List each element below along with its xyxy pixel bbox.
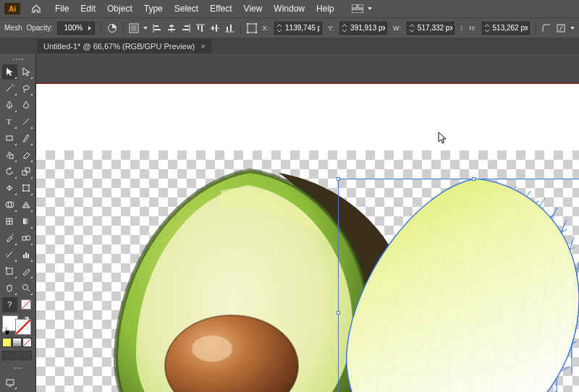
selection-handle-n[interactable]: [472, 177, 476, 181]
stepper-icon[interactable]: [483, 22, 491, 34]
home-icon[interactable]: [29, 1, 43, 16]
artboard-tool[interactable]: [2, 264, 17, 279]
stepper-icon[interactable]: [407, 22, 416, 34]
shaper-tool[interactable]: [2, 148, 17, 163]
stepper-icon[interactable]: [340, 22, 349, 34]
opacity-field[interactable]: [57, 22, 95, 35]
align-dropdown-caret[interactable]: [143, 27, 148, 30]
selection-bounds[interactable]: [338, 179, 579, 392]
align-to-artboard-icon[interactable]: [129, 21, 139, 35]
isolate-icon[interactable]: [556, 21, 566, 35]
draw-normal[interactable]: [2, 351, 12, 360]
draw-inside[interactable]: [22, 351, 32, 360]
w-field[interactable]: [407, 22, 455, 35]
menu-object[interactable]: Object: [101, 4, 138, 14]
selection-tool[interactable]: [2, 64, 17, 80]
svg-rect-32: [7, 136, 12, 140]
mesh-tool[interactable]: [2, 214, 17, 229]
menu-edit[interactable]: Edit: [75, 4, 101, 14]
rotate-tool[interactable]: [2, 164, 17, 179]
shape-builder-tool[interactable]: [2, 197, 17, 213]
toggle-fill-stroke[interactable]: [19, 297, 34, 312]
direct-selection-tool[interactable]: [19, 64, 34, 80]
perspective-grid-tool[interactable]: [19, 197, 34, 213]
default-fill-stroke-icon[interactable]: [2, 328, 9, 335]
unknown-tool[interactable]: ?: [2, 297, 17, 312]
svg-line-31: [23, 119, 29, 124]
svg-rect-59: [5, 331, 9, 335]
width-tool[interactable]: [2, 181, 17, 196]
svg-rect-20: [216, 25, 217, 32]
scale-tool[interactable]: [19, 164, 34, 179]
h-field[interactable]: [482, 22, 530, 35]
swap-fill-stroke-icon[interactable]: [24, 315, 31, 323]
align-top-icon[interactable]: [195, 21, 206, 35]
eyedropper-tool[interactable]: [2, 231, 17, 246]
hand-tool[interactable]: [2, 281, 17, 296]
document-tab[interactable]: Untitled-1* @ 66,67% (RGB/GPU Preview) ×: [38, 39, 211, 54]
menu-view[interactable]: View: [238, 4, 269, 14]
eraser-tool[interactable]: [19, 148, 34, 163]
align-vcenter-icon[interactable]: [210, 21, 220, 35]
rectangle-tool[interactable]: [2, 131, 17, 146]
svg-rect-16: [198, 25, 199, 30]
paintbrush-tool[interactable]: [19, 131, 34, 146]
w-input[interactable]: [416, 22, 454, 34]
blend-tool[interactable]: [19, 231, 34, 246]
align-left-icon[interactable]: [152, 21, 162, 35]
stepper-icon[interactable]: [275, 22, 284, 34]
menu-select[interactable]: Select: [169, 4, 204, 14]
x-field[interactable]: [274, 22, 322, 35]
toolbox-footer-grip[interactable]: [2, 365, 34, 372]
zoom-tool[interactable]: [19, 281, 34, 296]
recolor-icon[interactable]: [107, 21, 117, 35]
x-input[interactable]: [284, 22, 321, 34]
more-options-caret[interactable]: [570, 27, 575, 30]
transform-icon[interactable]: [247, 21, 257, 35]
curvature-tool[interactable]: [19, 98, 34, 113]
align-right-icon[interactable]: [181, 21, 191, 35]
selection-handle-w[interactable]: [337, 311, 340, 315]
canvas[interactable]: [36, 54, 579, 392]
svg-rect-48: [22, 237, 26, 240]
lasso-tool[interactable]: [19, 81, 34, 96]
w-label: W:: [392, 25, 402, 32]
align-bottom-icon[interactable]: [224, 21, 234, 35]
workspace-switcher-icon[interactable]: [350, 1, 365, 16]
opacity-input[interactable]: [58, 22, 84, 34]
slice-tool[interactable]: [19, 264, 34, 279]
svg-rect-8: [154, 29, 161, 30]
free-transform-tool[interactable]: [19, 181, 34, 196]
h-input[interactable]: [491, 22, 529, 34]
fill-stroke-well[interactable]: [2, 315, 34, 336]
menu-effect[interactable]: Effect: [204, 4, 237, 14]
type-tool[interactable]: T: [2, 114, 17, 129]
svg-rect-7: [154, 25, 159, 27]
gradient-tool[interactable]: [19, 214, 34, 229]
line-tool[interactable]: [19, 114, 34, 129]
symbol-sprayer-tool[interactable]: [2, 247, 17, 263]
chevron-right-icon[interactable]: [88, 26, 91, 30]
workspace-switcher-caret[interactable]: [368, 7, 372, 10]
selection-handle-nw[interactable]: [337, 177, 340, 181]
toolbox-grip[interactable]: [2, 56, 34, 63]
menu-file[interactable]: File: [49, 4, 75, 14]
align-hcenter-icon[interactable]: [166, 21, 177, 35]
pen-tool[interactable]: [2, 98, 17, 113]
close-icon[interactable]: ×: [200, 42, 205, 51]
none-mode[interactable]: [22, 338, 32, 347]
screen-mode-tool[interactable]: [2, 375, 17, 390]
y-field[interactable]: [339, 22, 387, 35]
link-wh-icon[interactable]: [459, 22, 464, 35]
menu-window[interactable]: Window: [268, 4, 310, 14]
menu-help[interactable]: Help: [310, 4, 340, 14]
magic-wand-tool[interactable]: [2, 81, 17, 96]
menu-type[interactable]: Type: [138, 4, 169, 14]
shape-properties-icon[interactable]: [541, 21, 551, 35]
color-mode[interactable]: [2, 338, 12, 347]
gradient-mode[interactable]: [12, 338, 22, 347]
column-graph-tool[interactable]: [19, 247, 34, 263]
x-label: X:: [261, 25, 271, 32]
draw-behind[interactable]: [12, 351, 22, 360]
y-input[interactable]: [349, 22, 386, 34]
